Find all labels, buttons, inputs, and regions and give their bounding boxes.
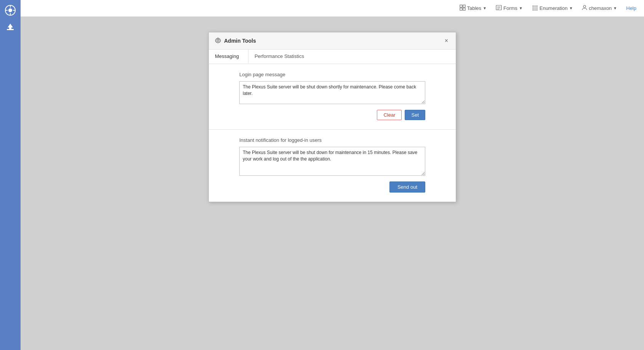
login-message-label: Login page message [239,72,425,77]
dialog-title-area: Admin Tools [215,37,256,45]
tab-messaging[interactable]: Messaging [215,50,245,64]
user-arrow-icon: ▼ [613,6,617,10]
svg-point-21 [536,8,537,9]
tables-arrow-icon: ▼ [483,6,487,10]
notification-actions: Send out [239,181,425,193]
tables-grid-icon [460,5,466,12]
upload-button[interactable] [4,21,17,34]
help-link[interactable]: Help [626,5,636,11]
enumeration-menu[interactable]: Enumeration ▼ [532,5,573,12]
dialog-title: Admin Tools [224,38,256,44]
forms-arrow-icon: ▼ [519,6,523,10]
svg-rect-11 [463,8,465,10]
svg-marker-7 [8,24,13,29]
enumeration-arrow-icon: ▼ [569,6,573,10]
notification-section: Instant notification for logged-in users… [209,129,456,202]
dialog-tabs: Messaging Performance Statistics [209,50,456,64]
svg-point-16 [532,6,533,7]
svg-point-24 [536,10,537,11]
forms-label: Forms [503,5,517,11]
svg-point-18 [536,6,537,7]
main-content: Admin Tools × Messaging Performance Stat… [21,17,644,350]
forms-menu[interactable]: Forms ▼ [496,5,523,12]
tables-menu[interactable]: Tables ▼ [460,5,487,12]
logo-icon[interactable] [4,4,17,17]
sidebar [0,0,21,350]
svg-rect-10 [460,8,462,10]
forms-icon [496,5,502,12]
svg-point-17 [534,6,535,7]
enumeration-label: Enumeration [540,5,568,11]
svg-point-20 [534,8,535,9]
admin-tools-dialog: Admin Tools × Messaging Performance Stat… [208,32,456,202]
set-button[interactable]: Set [405,110,425,120]
svg-rect-9 [463,5,465,7]
user-icon [582,5,587,11]
svg-point-26 [217,39,219,41]
send-out-button[interactable]: Send out [389,181,425,193]
user-label: chemaxon [589,5,612,11]
top-navigation: Tables ▼ Forms ▼ [21,0,644,17]
tables-label: Tables [467,5,482,11]
clear-button[interactable]: Clear [377,110,402,120]
svg-rect-6 [7,29,14,30]
dialog-body: Login page message Clear Set Instant not… [209,64,456,202]
login-message-textarea[interactable] [239,81,425,104]
svg-point-23 [534,10,535,11]
svg-point-25 [583,5,586,8]
notification-label: Instant notification for logged-in users [239,137,425,143]
dialog-close-button[interactable]: × [443,37,450,45]
gear-icon [215,37,221,45]
svg-point-1 [8,8,12,12]
login-message-actions: Clear Set [239,110,425,120]
dialog-header: Admin Tools × [209,32,456,50]
svg-point-22 [532,10,533,11]
tab-performance-statistics[interactable]: Performance Statistics [248,50,310,64]
login-message-section: Login page message Clear Set [209,64,456,129]
enumeration-icon [532,5,538,12]
user-menu[interactable]: chemaxon ▼ [582,5,617,11]
svg-rect-8 [460,5,462,7]
notification-textarea[interactable] [239,147,425,176]
svg-point-19 [532,8,533,9]
